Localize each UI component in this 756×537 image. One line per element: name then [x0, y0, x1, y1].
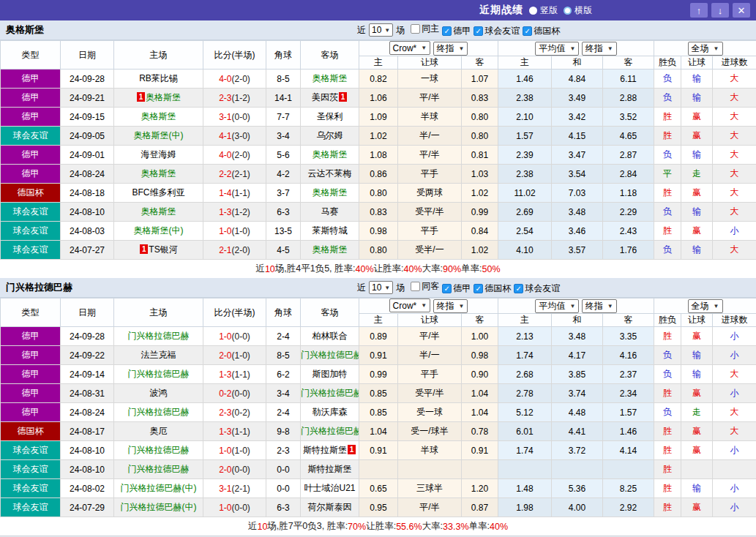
home-team-cell: 门兴格拉德巴赫(中): [114, 479, 203, 498]
home-team-name[interactable]: 奥厄: [150, 426, 168, 436]
home-team-name[interactable]: 门兴格拉德巴赫: [128, 445, 190, 455]
home-team-name[interactable]: 门兴格拉德巴赫: [128, 331, 190, 341]
competition-badge: 球会友谊: [1, 203, 61, 222]
result-outcome: 胜: [654, 184, 681, 203]
checkbox-checked-icon[interactable]: ✓: [474, 26, 483, 36]
away-team-name[interactable]: 莱斯特城: [312, 225, 348, 236]
halftime-score: (0-0): [232, 388, 250, 399]
away-team-name[interactable]: 奥格斯堡: [312, 187, 348, 198]
result-outcome: 胜: [654, 222, 681, 241]
home-team-name[interactable]: RB莱比锡: [139, 73, 178, 83]
home-team-name[interactable]: 门兴格拉德巴赫(中): [121, 502, 197, 512]
checkbox-unchecked-icon[interactable]: [411, 282, 420, 291]
dropdown-arrow-icon: ▼: [714, 303, 719, 309]
away-team-name[interactable]: 叶士域治U21: [304, 483, 355, 493]
home-team-name[interactable]: 奥格斯堡: [141, 111, 176, 121]
away-team-name[interactable]: 斯特拉斯堡: [308, 464, 352, 474]
away-team-name[interactable]: 云达不莱梅: [308, 168, 352, 179]
move-down-button[interactable]: ↓: [711, 3, 729, 18]
home-team-name[interactable]: 奥格斯堡: [146, 92, 181, 102]
home-team-name[interactable]: 海登海姆: [141, 149, 176, 159]
away-team-name[interactable]: 奥格斯堡: [312, 149, 348, 159]
fulltime-score: 0-2: [219, 388, 231, 399]
home-team-name[interactable]: 门兴格拉德巴赫(中): [121, 483, 197, 493]
bookmaker-select[interactable]: Crow*▼: [389, 41, 431, 55]
away-team-name[interactable]: 勒沃库森: [312, 407, 348, 417]
checkbox-checked-icon[interactable]: ✓: [514, 284, 523, 293]
layout-radio-horizontal[interactable]: 横版: [564, 4, 592, 17]
avg-away-odds: 8.25: [603, 479, 654, 498]
home-team-name[interactable]: 奥格斯堡(中): [134, 225, 184, 236]
away-team-name[interactable]: 斯特拉斯堡: [303, 445, 347, 455]
sub-header-handicap-result: 让球: [681, 314, 713, 327]
red-card-badge: 1: [137, 92, 145, 102]
away-team-name[interactable]: 马赛: [321, 206, 339, 217]
filter-checkbox[interactable]: ✓球会友谊: [474, 25, 520, 37]
bookmaker-select[interactable]: Crow*▼: [389, 298, 431, 312]
score-cell: 1-3(1-1): [203, 422, 266, 441]
average-select[interactable]: 平均值▼: [535, 299, 579, 313]
close-button[interactable]: ✕: [733, 3, 750, 18]
handicap-time-select[interactable]: 终指▼: [433, 299, 468, 313]
away-team-name[interactable]: 奥格斯堡: [312, 244, 348, 255]
filter-checkbox[interactable]: ✓德甲: [442, 282, 471, 295]
period-select[interactable]: 全场▼: [688, 42, 723, 56]
sub-header-result: 胜负: [654, 56, 681, 70]
radio-unselected-icon[interactable]: [564, 7, 572, 15]
checkbox-checked-icon[interactable]: ✓: [523, 26, 532, 36]
away-team-name[interactable]: 柏林联合: [312, 331, 348, 341]
home-team-name[interactable]: 门兴格拉德巴赫: [128, 464, 190, 474]
filter-checkbox[interactable]: ✓德甲: [442, 25, 471, 37]
away-team-name[interactable]: 荷尔斯泰因: [308, 502, 352, 512]
away-team-name[interactable]: 门兴格拉德巴赫: [301, 426, 359, 436]
avg-away-odds: 4.65: [603, 127, 654, 146]
avg-home-odds: 2.54: [498, 222, 552, 241]
away-team-name[interactable]: 美因茨: [312, 92, 338, 102]
away-team-name[interactable]: 乌尔姆: [317, 130, 343, 140]
period-select[interactable]: 全场▼: [688, 299, 723, 313]
home-team-cell: RB莱比锡: [114, 70, 203, 89]
average-select[interactable]: 平均值▼: [535, 42, 579, 56]
filter-count-suffix: 场: [396, 282, 405, 294]
away-team-name[interactable]: 斯图加特: [312, 369, 348, 379]
away-team-name[interactable]: 奥格斯堡: [312, 73, 348, 83]
home-team-name[interactable]: 门兴格拉德巴赫: [128, 407, 190, 417]
away-team-name[interactable]: 门兴格拉德巴赫: [301, 350, 359, 360]
home-team-name[interactable]: 奥格斯堡(中): [134, 130, 184, 140]
checkbox-checked-icon[interactable]: ✓: [442, 26, 452, 36]
move-up-button[interactable]: ↑: [690, 3, 708, 18]
window-buttons: ↑ ↓ ✕: [690, 3, 750, 18]
home-team-name[interactable]: 奥格斯堡: [141, 206, 176, 217]
match-count-select[interactable]: 10▼: [369, 281, 393, 294]
filter-checkbox[interactable]: ✓德国杯: [474, 282, 511, 295]
checkbox-checked-icon[interactable]: ✓: [474, 284, 483, 293]
filter-checkbox[interactable]: 同主: [411, 23, 439, 35]
sub-header-handicap-away: 客: [462, 56, 498, 70]
home-team-name[interactable]: 奥格斯堡: [141, 168, 176, 179]
radio-selected-icon[interactable]: [529, 7, 537, 15]
checkbox-checked-icon[interactable]: ✓: [442, 284, 452, 293]
filter-checkbox[interactable]: ✓德国杯: [523, 25, 560, 37]
checkbox-unchecked-icon[interactable]: [411, 24, 420, 34]
home-team-name[interactable]: 法兰克福: [141, 350, 176, 360]
handicap-line: 半球: [398, 441, 462, 460]
result-handicap: 赢: [681, 422, 713, 441]
result-goals: 小: [713, 222, 756, 241]
handicap-time-select[interactable]: 终指▼: [433, 42, 468, 56]
sub-header-handicap-home: 主: [359, 56, 398, 70]
away-team-name[interactable]: 门兴格拉德巴赫: [301, 388, 359, 398]
handicap-away-odds: 1.20: [462, 479, 498, 498]
home-team-name[interactable]: 波鸿: [150, 388, 168, 398]
away-team-name[interactable]: 圣保利: [317, 111, 343, 121]
filter-checkbox[interactable]: ✓球会友谊: [514, 282, 560, 295]
home-team-name[interactable]: 门兴格拉德巴赫: [128, 369, 190, 379]
filter-checkbox[interactable]: 同客: [411, 280, 439, 293]
home-team-name[interactable]: BFC维多利亚: [132, 187, 185, 198]
layout-radio-vertical[interactable]: 竖版: [529, 4, 558, 17]
match-count-select[interactable]: 10▼: [369, 23, 393, 37]
average-time-select[interactable]: 终指▼: [582, 299, 617, 313]
result-handicap: [681, 460, 713, 479]
average-time-select[interactable]: 终指▼: [582, 42, 617, 56]
summary-segment: 33.3%: [443, 522, 468, 532]
home-team-name[interactable]: TS银河: [149, 244, 177, 255]
